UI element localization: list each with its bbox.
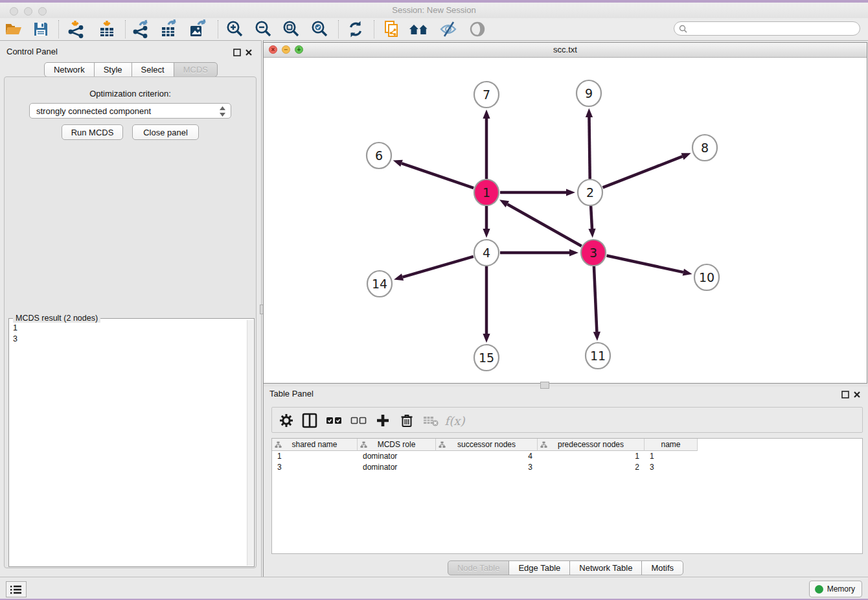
import-network-icon[interactable] <box>65 18 87 40</box>
tab-network-table[interactable]: Network Table <box>569 560 642 575</box>
zoom-out-icon[interactable] <box>252 18 274 40</box>
tab-edge-table[interactable]: Edge Table <box>508 560 570 575</box>
graph-edge-arrowhead <box>566 189 575 196</box>
graph-edge-2-9[interactable] <box>589 117 589 179</box>
splitter-grip[interactable] <box>540 382 549 389</box>
column-header-shared-name[interactable]: shared name <box>272 439 358 451</box>
fit-content-icon[interactable] <box>280 18 302 40</box>
graph-edge-2-8[interactable] <box>603 156 683 187</box>
table-cell[interactable]: dominator <box>358 451 436 462</box>
export-table-icon[interactable] <box>158 18 180 40</box>
close-table-panel-icon[interactable] <box>853 389 862 398</box>
import-table-icon[interactable] <box>96 18 118 40</box>
apply-preferred-layout-icon[interactable] <box>345 18 367 40</box>
delete-table-icon[interactable] <box>420 410 441 431</box>
tab-motifs[interactable]: Motifs <box>641 560 683 575</box>
table-cell[interactable]: dominator <box>358 462 436 473</box>
graph-edge-3-10[interactable] <box>607 255 683 272</box>
search-box[interactable] <box>674 21 860 36</box>
select-stepper-icon <box>219 106 226 119</box>
tab-style[interactable]: Style <box>94 62 132 77</box>
column-header-predecessor-nodes[interactable]: predecessor nodes <box>538 439 645 451</box>
graph-node-label: 4 <box>483 246 490 260</box>
run-mcds-button[interactable]: Run MCDS <box>62 124 123 140</box>
new-network-from-selection-icon[interactable] <box>381 18 403 40</box>
export-image-icon[interactable] <box>187 18 209 40</box>
table-panel-title: Table Panel <box>269 389 314 398</box>
table-cell[interactable]: 2 <box>538 462 645 473</box>
close-panel-button[interactable]: Close panel <box>132 124 199 140</box>
graph-edge-arrowhead <box>499 200 509 207</box>
tab-select[interactable]: Select <box>131 62 174 77</box>
scrollbar[interactable] <box>247 320 253 566</box>
float-table-panel-icon[interactable] <box>841 389 850 398</box>
toolbar-separator <box>58 20 59 38</box>
main-toolbar <box>0 18 868 41</box>
memory-label: Memory <box>827 584 855 594</box>
memory-button[interactable]: Memory <box>809 581 862 597</box>
table-cell[interactable]: 3 <box>436 462 538 473</box>
graph-node-label: 15 <box>479 351 494 365</box>
graph-edge-4-14[interactable] <box>403 257 474 277</box>
zoom-selected-icon[interactable] <box>308 18 330 40</box>
graph-edge-3-1[interactable] <box>507 204 581 246</box>
show-all-icon[interactable] <box>466 18 488 40</box>
graph-edge-1-6[interactable] <box>402 163 474 188</box>
table-panel-tabs: Node TableEdge TableNetwork TableMotifs <box>263 560 868 575</box>
table-cell[interactable]: 4 <box>436 451 538 462</box>
toolbar-separator <box>374 20 374 38</box>
control-panel-tabs: NetworkStyleSelectMCDS <box>0 62 262 77</box>
table-row: 1dominator411 <box>272 451 862 462</box>
mcds-result-fieldset: MCDS result (2 nodes) 13 <box>8 318 255 567</box>
mcds-result-text[interactable]: 13 <box>9 320 247 566</box>
export-network-icon[interactable] <box>130 18 152 40</box>
delete-column-icon[interactable] <box>396 410 417 431</box>
table-cell[interactable]: 3 <box>645 462 698 473</box>
graph-edge-3-11[interactable] <box>594 266 597 332</box>
deselect-all-icon[interactable] <box>348 410 369 431</box>
table-settings-gear-icon[interactable] <box>276 410 297 431</box>
select-all-icon[interactable] <box>324 410 345 431</box>
open-session-icon[interactable] <box>3 18 25 40</box>
optimization-criterion-select[interactable]: strongly connected component <box>29 103 231 119</box>
table-header-row: shared nameMCDS rolesuccessor nodesprede… <box>272 439 862 451</box>
graph-node-label: 11 <box>590 349 606 363</box>
close-panel-icon[interactable] <box>245 47 253 56</box>
network-frame-title: scc.txt <box>264 45 867 54</box>
table-cell[interactable]: 3 <box>272 462 358 473</box>
table-cell[interactable]: 1 <box>272 451 358 462</box>
column-header-label: successor nodes <box>457 440 516 449</box>
graph-edge-2-3[interactable] <box>591 206 592 229</box>
graph-edge-arrowhead <box>569 249 578 256</box>
first-neighbors-icon[interactable] <box>408 18 430 40</box>
tab-mcds[interactable]: MCDS <box>174 62 218 77</box>
column-header-successor-nodes[interactable]: successor nodes <box>436 439 538 451</box>
graph-node-label: 2 <box>586 185 594 200</box>
function-builder-icon[interactable]: f(x) <box>444 410 465 431</box>
list-icon <box>10 585 22 594</box>
float-panel-icon[interactable] <box>233 47 242 56</box>
table-cell[interactable]: 1 <box>645 451 698 462</box>
tab-network[interactable]: Network <box>44 62 95 77</box>
toolbar-separator <box>218 20 218 38</box>
horizontal-splitter[interactable] <box>264 384 868 387</box>
network-canvas[interactable]: 1234678910111415 <box>264 57 867 383</box>
hide-selected-icon[interactable] <box>437 18 459 40</box>
search-input[interactable] <box>690 23 860 34</box>
add-column-icon[interactable] <box>372 410 393 431</box>
sort-tree-icon <box>275 441 282 448</box>
task-history-button[interactable] <box>6 581 27 597</box>
graph-node-label: 14 <box>372 277 387 291</box>
search-icon <box>679 25 687 33</box>
save-session-icon[interactable] <box>30 18 52 40</box>
tab-node-table[interactable]: Node Table <box>448 560 510 575</box>
column-header-mcds-role[interactable]: MCDS role <box>358 439 436 451</box>
graph-node-label: 8 <box>701 141 709 155</box>
column-header-name[interactable]: name <box>645 439 698 451</box>
column-view-icon[interactable] <box>299 410 320 431</box>
graph-edge-arrowhead <box>483 110 490 119</box>
selected-option: strongly connected component <box>36 106 151 116</box>
node-table: shared nameMCDS rolesuccessor nodesprede… <box>271 438 863 554</box>
zoom-in-icon[interactable] <box>223 18 246 40</box>
table-cell[interactable]: 1 <box>538 451 645 462</box>
